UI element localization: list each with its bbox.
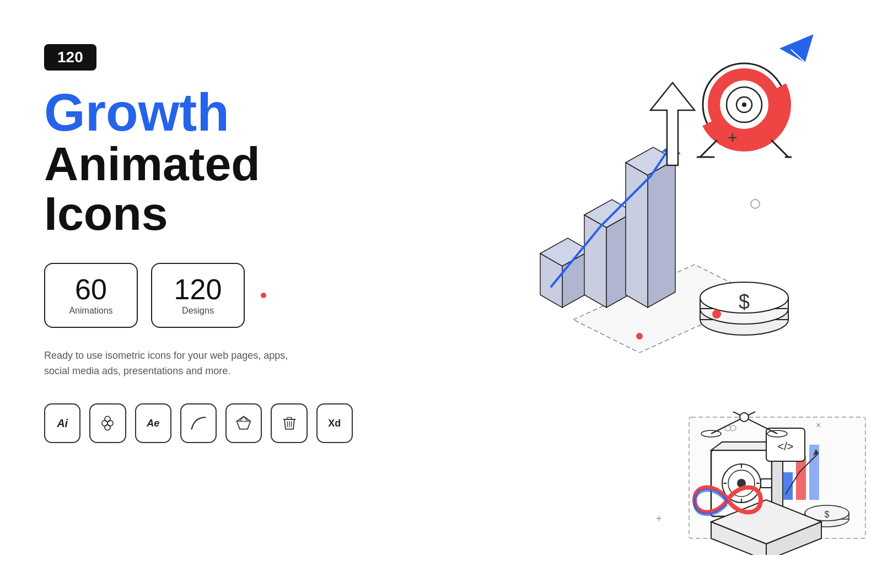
svg-marker-4 [237,417,251,429]
tool-procreate[interactable] [271,403,307,443]
stat-animations: 60 Animations [44,263,138,328]
svg-text:+: + [728,128,738,147]
stat-designs: 120 Designs [151,263,245,328]
badge-number: 120 [44,44,96,71]
tool-ai[interactable]: Ai [44,403,80,443]
svg-line-62 [744,412,777,417]
left-panel: 120 Growth Animated Icons 60 Animations … [44,44,353,443]
title-animated-icons: Animated Icons [44,139,353,239]
svg-text:</>: </> [778,440,794,452]
right-panel: $ + × [353,0,882,588]
title-growth: Growth [44,86,353,139]
tool-sketch[interactable] [225,403,262,443]
drone-illustration: + </> [650,412,849,555]
svg-text:$: $ [739,290,750,313]
tool-icons-row: Ai Ae [44,403,353,443]
stat-label-animations: Animations [63,306,119,316]
svg-line-61 [711,412,744,417]
svg-point-3 [107,420,113,426]
svg-line-21 [700,141,717,157]
stats-row: 60 Animations 120 Designs [44,263,353,328]
stat-label-designs: Designs [170,306,226,316]
svg-point-57 [730,425,736,431]
main-chart-illustration: $ + [430,33,805,353]
stat-number-60: 60 [63,275,119,304]
svg-point-34 [636,333,643,339]
svg-text:+: + [656,513,662,524]
tool-ae[interactable]: Ae [135,403,171,443]
svg-point-20 [742,103,746,107]
svg-point-33 [712,310,721,319]
description-text: Ready to use isometric icons for your we… [44,348,309,380]
tool-curve[interactable] [180,403,217,443]
svg-point-32 [751,199,760,208]
svg-line-22 [772,141,788,157]
stat-number-120: 120 [170,275,226,304]
tool-figma[interactable] [89,403,126,443]
svg-point-65 [740,413,749,422]
tool-xd[interactable]: Xd [316,403,353,443]
